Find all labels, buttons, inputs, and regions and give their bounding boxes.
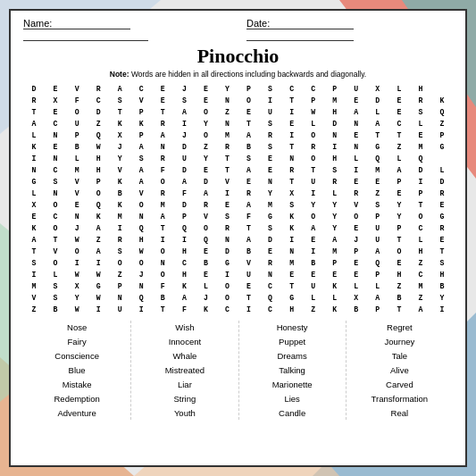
grid-cell: M [410,141,431,153]
grid-cell: K [281,222,303,234]
grid-cell: P [109,280,130,292]
grid-cell: R [410,95,431,106]
grid-cell: O [195,222,216,234]
grid-cell: E [216,199,238,211]
grid-cell: K [281,211,303,222]
grid-cell: O [195,129,216,141]
word-list: NoseFairyConscienceBlueMistakeRedemption… [23,321,453,420]
grid-cell: W [66,234,88,246]
grid-cell: U [66,118,88,129]
grid-cell: I [23,269,45,280]
grid-cell: O [152,176,173,188]
grid-cell: G [216,257,238,269]
grid-cell: X [281,188,303,199]
grid-cell: I [324,141,346,153]
words-col-4: RegretJourneyTaleAliveCarvedTransformati… [346,321,453,420]
grid-cell: A [410,304,431,315]
word-item: Mistake [63,378,92,391]
grid-cell: V [109,164,130,176]
grid-cell: K [109,176,130,188]
grid-cell: H [431,269,453,280]
grid-cell: X [367,83,388,95]
grid-cell: R [88,83,109,95]
grid-cell: S [260,141,281,153]
grid-cell: R [431,222,453,234]
grid-cell: L [410,234,431,246]
grid-cell: E [410,129,431,141]
grid-cell: K [109,199,130,211]
grid-cell: T [152,304,173,315]
grid-cell: M [367,164,388,176]
grid-cell: G [281,292,303,304]
grid-cell: Y [388,211,410,222]
grid-cell: E [346,269,367,280]
grid-cell: F [238,211,259,222]
grid-cell: T [303,164,324,176]
grid-cell: X [109,129,130,141]
grid-cell: B [431,280,453,292]
grid-cell: D [431,176,453,188]
grid-cell: L [388,83,410,95]
words-col-3: HonestyPuppetDreamsTalkingMarionetteLies… [238,321,346,420]
grid-cell: S [130,153,152,164]
grid-cell: Z [303,304,324,315]
grid-cell: R [152,153,173,164]
grid-cell: S [281,199,303,211]
grid-cell: Z [410,257,431,269]
grid-cell: S [45,292,66,304]
grid-cell: D [23,83,45,95]
grid-cell: Z [195,141,216,153]
word-item: Blue [69,363,86,377]
grid-cell: N [109,292,130,304]
word-item: Youth [174,406,196,420]
grid-cell: T [281,176,303,188]
grid-cell: T [23,106,45,118]
grid-cell: K [23,141,45,153]
grid-cell: U [303,280,324,292]
grid-cell [431,83,453,95]
grid-cell: D [324,118,346,129]
grid-cell: O [130,257,152,269]
grid-cell: H [388,269,410,280]
grid-cell: Y [109,153,130,164]
grid-cell: I [238,304,259,315]
grid-cell: U [260,106,281,118]
grid-cell: K [23,222,45,234]
grid-cell: C [173,257,195,269]
grid-cell: E [45,83,66,95]
grid-cell: I [88,257,109,269]
word-item: Candle [279,406,305,420]
grid-cell: E [281,118,303,129]
grid-cell: O [152,246,173,257]
grid-cell: E [281,269,303,280]
grid-cell: G [431,141,453,153]
grid-cell: S [23,257,45,269]
grid-cell: W [130,246,152,257]
grid-cell: Q [130,292,152,304]
grid-cell: O [88,188,109,199]
grid-cell: I [23,153,45,164]
grid-cell: Z [410,292,431,304]
grid-cell: Z [109,269,130,280]
grid-cell: O [216,280,238,292]
grid-cell: S [109,246,130,257]
grid-cell: M [324,246,346,257]
grid-cell: E [45,141,66,153]
grid-cell: W [88,269,109,280]
grid-cell: F [173,304,195,315]
grid-cell: A [238,199,259,211]
grid-cell: C [45,211,66,222]
grid-cell: I [260,95,281,106]
grid-cell: U [346,83,367,95]
grid-cell: O [45,199,66,211]
grid-cell: Q [88,129,109,141]
grid-cell: E [346,129,367,141]
grid-cell: B [109,188,130,199]
grid-cell: Z [216,106,238,118]
grid-cell: A [130,141,152,153]
grid-cell: K [109,118,130,129]
grid-cell: R [109,234,130,246]
grid-cell: L [410,118,431,129]
grid-cell: R [23,95,45,106]
grid-cell: P [88,176,109,188]
